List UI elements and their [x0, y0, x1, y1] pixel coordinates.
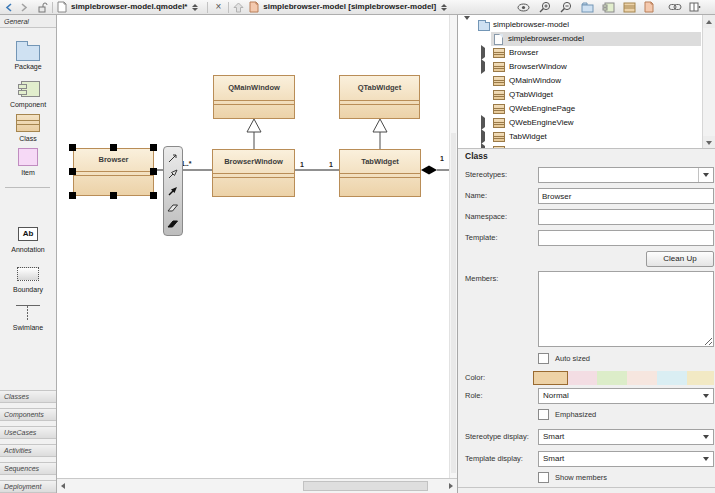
uml-class-browserwindow[interactable]: BrowserWindow [212, 149, 295, 197]
emphasized-checkbox[interactable] [538, 409, 549, 420]
multiplicity-label: 1 [300, 161, 304, 168]
add-package-icon[interactable] [581, 1, 594, 14]
relation-association-icon[interactable] [167, 185, 179, 197]
tool-item[interactable]: Item [0, 146, 56, 176]
scrollbar-thumb[interactable] [451, 133, 456, 473]
relation-dependency-icon[interactable] [167, 152, 179, 164]
tree-row-class[interactable]: QWebEngineView [458, 116, 702, 130]
selection-handle[interactable] [110, 144, 117, 151]
add-canvas-diagram-icon[interactable] [644, 1, 654, 14]
selection-handle[interactable] [110, 192, 117, 199]
scrollbar-thumb[interactable] [303, 481, 428, 491]
namespace-field[interactable] [538, 209, 714, 225]
members-field[interactable] [538, 271, 714, 347]
selection-handle[interactable] [69, 144, 76, 151]
scroll-left-icon[interactable] [57, 479, 69, 493]
tree-row-class[interactable]: TabWidget [458, 130, 702, 144]
zoom-out-icon[interactable] [560, 1, 572, 14]
close-document-icon[interactable]: × [215, 2, 221, 12]
expander-open-icon[interactable] [463, 21, 471, 29]
add-class-icon[interactable] [623, 1, 636, 14]
palette-section-activities[interactable]: Activities [0, 444, 56, 457]
clean-up-button[interactable]: Clean Up [646, 251, 714, 267]
tree-row-class[interactable]: QMainWindow [458, 74, 702, 88]
lock-open-icon[interactable] [37, 1, 48, 14]
role-dropdown[interactable]: Normal [538, 388, 714, 404]
show-members-checkbox[interactable] [538, 472, 549, 483]
selection-handle[interactable] [150, 192, 157, 199]
go-up-icon[interactable] [233, 1, 244, 14]
uml-class-tabwidget[interactable]: TabWidget [339, 149, 421, 197]
selection-handle[interactable] [69, 168, 76, 175]
uml-class-qmainwindow[interactable]: QMainWindow [213, 75, 295, 119]
canvas-vertical-scrollbar[interactable] [449, 15, 457, 478]
palette-section-deployment[interactable]: Deployment [0, 480, 56, 493]
color-swatch-selected[interactable] [533, 371, 568, 385]
diagram-canvas[interactable]: QMainWindow QTabWidget Browser BrowserWi… [57, 15, 457, 478]
forward-icon[interactable] [20, 1, 28, 14]
tree-scrollbar[interactable] [702, 15, 715, 149]
uml-class-browser[interactable]: Browser [73, 148, 154, 196]
palette-section-components[interactable]: Components [0, 408, 56, 421]
palette-section-general[interactable]: General [0, 15, 56, 28]
template-field[interactable] [538, 230, 714, 246]
tree-row-root[interactable]: simplebrowser-model [458, 18, 702, 32]
tool-swimlane[interactable]: Swimlane [0, 301, 56, 331]
tree-row-class[interactable]: Browser [458, 46, 702, 60]
scroll-down-icon[interactable] [703, 136, 715, 149]
tool-component[interactable]: Component [0, 78, 56, 108]
color-swatch[interactable] [568, 371, 597, 385]
relation-aggregation-icon[interactable] [167, 202, 179, 214]
expander-closed-icon[interactable] [479, 49, 487, 57]
chevron-down-icon [698, 452, 713, 466]
expander-closed-icon[interactable] [479, 133, 487, 141]
tool-package[interactable]: Package [0, 40, 56, 70]
selection-handle[interactable] [69, 192, 76, 199]
template-display-dropdown[interactable]: Smart [538, 451, 714, 467]
document-icon [57, 1, 67, 14]
palette-section-usecases[interactable]: UseCases [0, 426, 56, 439]
palette-section-classes[interactable]: Classes [0, 390, 56, 403]
scroll-right-icon[interactable] [445, 479, 457, 493]
expander-closed-icon[interactable] [479, 119, 487, 127]
chevron-down-icon[interactable] [698, 168, 713, 182]
relation-inheritance-icon[interactable] [167, 168, 179, 180]
add-component-icon[interactable] [602, 1, 615, 14]
model-tree[interactable]: simplebrowser-model simplebrowser-model … [458, 15, 715, 149]
color-swatch[interactable] [657, 371, 687, 385]
name-field[interactable] [538, 188, 714, 204]
link-sync-icon[interactable] [668, 1, 682, 14]
palette-section-sequences[interactable]: Sequences [0, 462, 56, 475]
color-swatch[interactable] [597, 371, 627, 385]
split-editor-icon[interactable] [689, 1, 701, 14]
tree-row-class[interactable]: QWebEnginePage [458, 102, 702, 116]
stereotypes-combobox[interactable] [538, 167, 714, 183]
selection-handle[interactable] [150, 168, 157, 175]
color-swatch[interactable] [627, 371, 657, 385]
document-selector-icon[interactable] [192, 4, 198, 11]
expander-closed-icon[interactable] [479, 63, 487, 71]
diagram-selector-title[interactable]: simplebrowser-model [simplebrowser-model… [263, 3, 436, 11]
back-icon[interactable] [5, 1, 13, 14]
color-swatch[interactable] [687, 371, 714, 385]
tool-class[interactable]: Class [0, 112, 56, 142]
tool-annotation[interactable]: Ab Annotation [0, 223, 56, 253]
tool-boundary[interactable]: Boundary [0, 263, 56, 293]
selection-handle[interactable] [150, 144, 157, 151]
auto-sized-checkbox[interactable] [538, 353, 549, 364]
expander-closed-icon[interactable] [479, 147, 487, 149]
scroll-up-icon[interactable] [703, 15, 715, 28]
stereotypes-label: Stereotypes: [465, 167, 507, 183]
uml-class-qtabwidget[interactable]: QTabWidget [339, 75, 420, 119]
tree-row-class[interactable]: WebPage [458, 144, 702, 149]
visibility-eye-icon[interactable] [517, 1, 530, 14]
tree-row-diagram[interactable]: simplebrowser-model [458, 32, 702, 46]
diagram-selector-icon[interactable] [441, 4, 447, 11]
tree-row-class[interactable]: QTabWidget [458, 88, 702, 102]
canvas-horizontal-scrollbar[interactable] [57, 478, 457, 493]
open-document-title[interactable]: simplebrowser-model.qmodel* [71, 3, 187, 11]
stereotype-display-dropdown[interactable]: Smart [538, 429, 714, 445]
relation-composition-icon[interactable] [167, 218, 179, 230]
zoom-in-icon[interactable] [539, 1, 551, 14]
tree-row-class[interactable]: BrowserWindow [458, 60, 702, 74]
